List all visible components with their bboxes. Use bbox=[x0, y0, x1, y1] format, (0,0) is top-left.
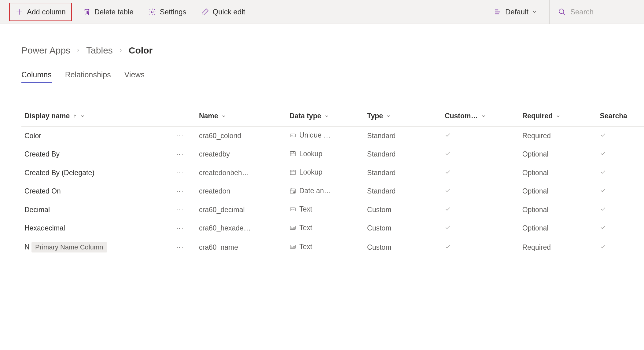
searchable-check bbox=[597, 238, 644, 257]
custom-check bbox=[442, 238, 519, 257]
display-name-text: Created By (Delegate) bbox=[24, 169, 94, 177]
chevron-down-icon bbox=[481, 114, 486, 119]
breadcrumb-current: Color bbox=[129, 45, 153, 56]
chevron-right-icon bbox=[118, 48, 123, 53]
more-button[interactable]: ··· bbox=[164, 238, 196, 257]
header-searchable[interactable]: Searcha bbox=[600, 112, 627, 120]
more-button[interactable]: ··· bbox=[164, 182, 196, 201]
toolbar-left: Add column Delete table Settings Quick e… bbox=[9, 3, 488, 21]
searchable-check bbox=[597, 145, 644, 164]
pencil-icon bbox=[201, 8, 209, 16]
list-icon bbox=[494, 8, 502, 16]
tab-views[interactable]: Views bbox=[124, 70, 145, 83]
tab-columns[interactable]: Columns bbox=[21, 70, 52, 83]
name-text: createdonbeh… bbox=[199, 169, 249, 177]
datatype-cell: AbcText bbox=[289, 243, 312, 251]
header-datatype[interactable]: Data type bbox=[289, 112, 329, 120]
header-type[interactable]: Type bbox=[367, 112, 391, 120]
datatype-cell: Unique … bbox=[289, 131, 330, 139]
required-text: Optional bbox=[522, 150, 549, 158]
table-row[interactable]: Color···cra60_coloridUnique …StandardReq… bbox=[21, 127, 644, 145]
tab-relationships[interactable]: Relationships bbox=[65, 70, 111, 83]
type-text: Standard bbox=[367, 132, 396, 140]
display-name-text: Hexadecimal bbox=[24, 224, 65, 232]
lookup-icon bbox=[289, 169, 296, 176]
chevron-down-icon bbox=[532, 9, 537, 14]
search-input[interactable] bbox=[570, 8, 631, 16]
header-name[interactable]: Name bbox=[199, 112, 226, 120]
searchable-check bbox=[597, 219, 644, 238]
chevron-down-icon bbox=[221, 114, 226, 119]
type-text: Standard bbox=[367, 150, 396, 158]
more-button[interactable]: ··· bbox=[164, 127, 196, 145]
date-icon bbox=[289, 187, 296, 194]
custom-check bbox=[442, 201, 519, 219]
chevron-down-icon bbox=[324, 114, 329, 119]
add-column-label: Add column bbox=[27, 8, 66, 16]
type-text: Standard bbox=[367, 169, 396, 177]
searchable-check bbox=[597, 182, 644, 201]
breadcrumb-tables[interactable]: Tables bbox=[86, 45, 113, 56]
svg-text:Abc: Abc bbox=[291, 245, 295, 248]
type-text: Custom bbox=[367, 224, 391, 232]
breadcrumb-powerapps[interactable]: Power Apps bbox=[21, 45, 70, 56]
sort-up-icon bbox=[73, 114, 77, 118]
svg-rect-3 bbox=[290, 152, 296, 156]
display-name-text: Decimal bbox=[24, 206, 50, 214]
datatype-cell: AbcText bbox=[289, 224, 312, 232]
datatype-cell: AbcText bbox=[289, 205, 312, 213]
search-icon bbox=[558, 8, 566, 16]
display-name-text: N bbox=[24, 243, 30, 251]
required-text: Optional bbox=[522, 224, 549, 232]
name-text: cra60_name bbox=[199, 243, 238, 251]
table-row[interactable]: Created By···createdbyLookupStandardOpti… bbox=[21, 145, 644, 164]
delete-table-button[interactable]: Delete table bbox=[79, 5, 137, 19]
custom-check bbox=[442, 145, 519, 164]
text-icon: Abc bbox=[289, 206, 296, 213]
datatype-cell: Lookup bbox=[289, 168, 322, 176]
svg-point-1 bbox=[559, 9, 564, 13]
name-text: createdon bbox=[199, 187, 230, 195]
more-button[interactable]: ··· bbox=[164, 201, 196, 219]
custom-check bbox=[442, 219, 519, 238]
type-text: Custom bbox=[367, 206, 391, 214]
svg-point-0 bbox=[151, 11, 153, 13]
svg-text:Abc: Abc bbox=[291, 227, 295, 229]
lookup-icon bbox=[289, 150, 296, 157]
header-required[interactable]: Required bbox=[522, 112, 561, 120]
more-button[interactable]: ··· bbox=[164, 219, 196, 238]
datatype-cell: Date an… bbox=[289, 187, 331, 195]
table-row[interactable]: Decimal···cra60_decimalAbcTextCustomOpti… bbox=[21, 201, 644, 219]
name-text: cra60_hexade… bbox=[199, 224, 251, 232]
searchable-check bbox=[597, 164, 644, 182]
toolbar-right: Default bbox=[488, 0, 644, 24]
text-icon: Abc bbox=[289, 224, 296, 231]
table-row[interactable]: N Primary Name Column···cra60_nameAbcTex… bbox=[21, 238, 644, 257]
quick-edit-button[interactable]: Quick edit bbox=[197, 5, 249, 19]
more-button[interactable]: ··· bbox=[164, 164, 196, 182]
type-text: Standard bbox=[367, 187, 396, 195]
settings-button[interactable]: Settings bbox=[145, 5, 190, 19]
unique-icon bbox=[289, 132, 296, 139]
searchable-check bbox=[597, 127, 644, 145]
table-container: Display name Name Da bbox=[21, 107, 644, 257]
add-column-button[interactable]: Add column bbox=[9, 3, 72, 21]
svg-point-6 bbox=[293, 191, 295, 193]
name-text: cra60_decimal bbox=[199, 206, 245, 214]
table-row[interactable]: Hexadecimal···cra60_hexade…AbcTextCustom… bbox=[21, 219, 644, 238]
table-row[interactable]: Created By (Delegate)···createdonbeh…Loo… bbox=[21, 164, 644, 182]
trash-icon bbox=[83, 8, 91, 16]
more-button[interactable]: ··· bbox=[164, 145, 196, 164]
chevron-down-icon bbox=[80, 114, 85, 119]
table-row[interactable]: Created On···createdonDate an…StandardOp… bbox=[21, 182, 644, 201]
tabs: Columns Relationships Views bbox=[21, 70, 644, 83]
display-name-text: Created By bbox=[24, 150, 60, 158]
svg-rect-4 bbox=[290, 170, 296, 175]
view-selector[interactable]: Default bbox=[488, 5, 543, 19]
header-custom[interactable]: Custom… bbox=[445, 112, 486, 120]
required-text: Optional bbox=[522, 206, 549, 214]
settings-label: Settings bbox=[160, 8, 186, 16]
display-name-text: Color bbox=[24, 132, 41, 140]
plus-icon bbox=[15, 8, 23, 16]
header-display-name[interactable]: Display name bbox=[24, 112, 85, 120]
